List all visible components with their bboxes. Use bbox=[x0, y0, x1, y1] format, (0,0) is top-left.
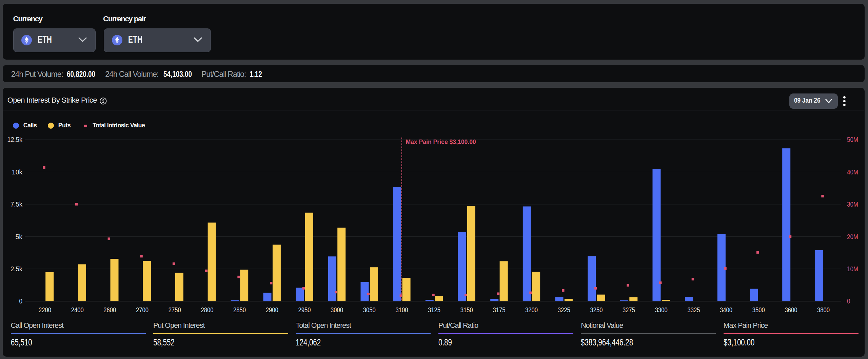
svg-text:12.5k: 12.5k bbox=[7, 136, 23, 143]
svg-text:3600: 3600 bbox=[785, 306, 797, 314]
svg-text:0: 0 bbox=[19, 297, 23, 305]
svg-text:0: 0 bbox=[847, 297, 850, 305]
svg-text:7.5k: 7.5k bbox=[11, 200, 23, 208]
svg-text:3400: 3400 bbox=[720, 306, 732, 314]
svg-text:3250: 3250 bbox=[590, 306, 603, 314]
svg-text:3125: 3125 bbox=[428, 306, 440, 314]
svg-text:3325: 3325 bbox=[687, 306, 700, 314]
svg-text:2700: 2700 bbox=[136, 306, 149, 314]
svg-text:3050: 3050 bbox=[363, 306, 376, 314]
svg-text:2400: 2400 bbox=[71, 306, 84, 314]
svg-text:2850: 2850 bbox=[233, 306, 246, 314]
svg-text:3800: 3800 bbox=[817, 306, 830, 314]
svg-text:3500: 3500 bbox=[752, 306, 765, 314]
svg-text:3200: 3200 bbox=[525, 306, 538, 314]
svg-text:3100: 3100 bbox=[395, 306, 408, 314]
svg-text:3150: 3150 bbox=[460, 306, 473, 314]
svg-text:2900: 2900 bbox=[266, 306, 278, 314]
svg-text:3225: 3225 bbox=[558, 306, 570, 314]
svg-text:3000: 3000 bbox=[331, 306, 343, 314]
svg-text:5k: 5k bbox=[16, 233, 23, 240]
svg-text:Max Pain Price $3,100.00: Max Pain Price $3,100.00 bbox=[406, 138, 476, 145]
svg-text:2950: 2950 bbox=[298, 306, 311, 314]
svg-text:2800: 2800 bbox=[201, 306, 213, 314]
svg-text:20M: 20M bbox=[847, 233, 858, 240]
svg-text:3175: 3175 bbox=[493, 306, 505, 314]
svg-text:40M: 40M bbox=[847, 168, 858, 176]
svg-text:2750: 2750 bbox=[169, 306, 181, 314]
svg-text:30M: 30M bbox=[847, 200, 858, 208]
svg-text:2200: 2200 bbox=[39, 306, 51, 314]
svg-text:3275: 3275 bbox=[623, 306, 635, 314]
svg-text:2.5k: 2.5k bbox=[11, 265, 23, 273]
svg-text:2600: 2600 bbox=[103, 306, 116, 314]
svg-text:50M: 50M bbox=[847, 136, 858, 143]
svg-text:3300: 3300 bbox=[655, 306, 668, 314]
svg-text:10M: 10M bbox=[847, 265, 858, 273]
svg-text:10k: 10k bbox=[12, 168, 23, 176]
